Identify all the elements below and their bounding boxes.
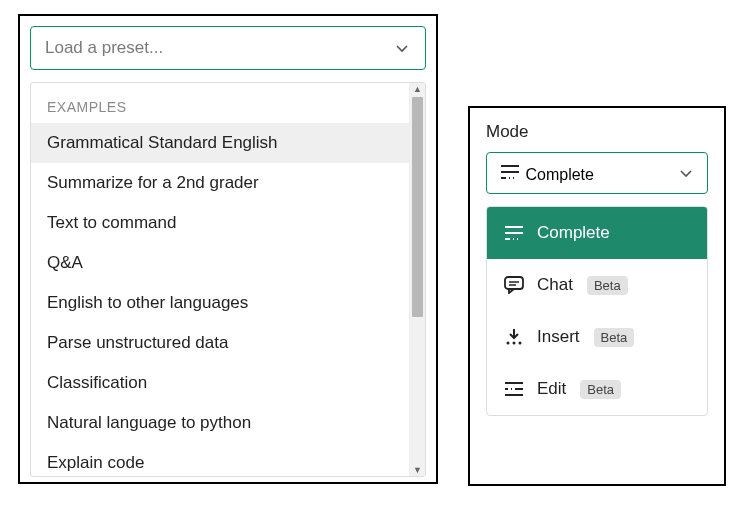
- scroll-down-arrow-icon[interactable]: ▼: [410, 464, 425, 476]
- insert-icon: [503, 327, 525, 347]
- preset-item[interactable]: Q&A: [31, 243, 409, 283]
- preset-panel: Load a preset... EXAMPLES Grammatical St…: [18, 14, 438, 484]
- preset-item[interactable]: Summarize for a 2nd grader: [31, 163, 409, 203]
- mode-option-edit[interactable]: Edit Beta: [487, 363, 707, 415]
- mode-option-insert[interactable]: Insert Beta: [487, 311, 707, 363]
- preset-list: EXAMPLES Grammatical Standard English Su…: [31, 83, 409, 476]
- svg-rect-0: [505, 277, 523, 289]
- mode-select[interactable]: Complete: [486, 152, 708, 194]
- beta-badge: Beta: [587, 276, 628, 295]
- mode-label: Mode: [486, 122, 708, 142]
- mode-option-label: Edit: [537, 379, 566, 399]
- preset-item[interactable]: Natural language to python: [31, 403, 409, 443]
- preset-item[interactable]: Classification: [31, 363, 409, 403]
- preset-item[interactable]: Explain code: [31, 443, 409, 476]
- preset-item[interactable]: English to other languages: [31, 283, 409, 323]
- scroll-thumb[interactable]: [412, 97, 423, 317]
- preset-item[interactable]: Parse unstructured data: [31, 323, 409, 363]
- mode-selected-text: Complete: [525, 166, 593, 183]
- scroll-up-arrow-icon[interactable]: ▲: [410, 83, 425, 95]
- scrollbar[interactable]: ▲ ▼: [409, 83, 425, 476]
- preset-dropdown: EXAMPLES Grammatical Standard English Su…: [30, 82, 426, 477]
- mode-panel: Mode Complete: [468, 106, 726, 486]
- preset-item[interactable]: Grammatical Standard English: [31, 123, 409, 163]
- svg-point-2: [513, 342, 516, 345]
- preset-item[interactable]: Text to command: [31, 203, 409, 243]
- complete-icon: [499, 162, 521, 182]
- mode-option-label: Insert: [537, 327, 580, 347]
- beta-badge: Beta: [594, 328, 635, 347]
- preset-select[interactable]: Load a preset...: [30, 26, 426, 70]
- preset-placeholder: Load a preset...: [45, 38, 163, 58]
- complete-icon: [503, 223, 525, 243]
- mode-selected-value: Complete: [499, 162, 594, 184]
- svg-point-3: [519, 342, 522, 345]
- beta-badge: Beta: [580, 380, 621, 399]
- chat-icon: [503, 275, 525, 295]
- mode-option-complete[interactable]: Complete: [487, 207, 707, 259]
- chevron-down-icon: [393, 39, 411, 57]
- mode-option-chat[interactable]: Chat Beta: [487, 259, 707, 311]
- chevron-down-icon: [677, 164, 695, 182]
- edit-icon: [503, 379, 525, 399]
- preset-section-header: EXAMPLES: [31, 93, 409, 123]
- svg-point-1: [507, 342, 510, 345]
- mode-option-label: Chat: [537, 275, 573, 295]
- mode-dropdown: Complete Chat Beta: [486, 206, 708, 416]
- mode-option-label: Complete: [537, 223, 610, 243]
